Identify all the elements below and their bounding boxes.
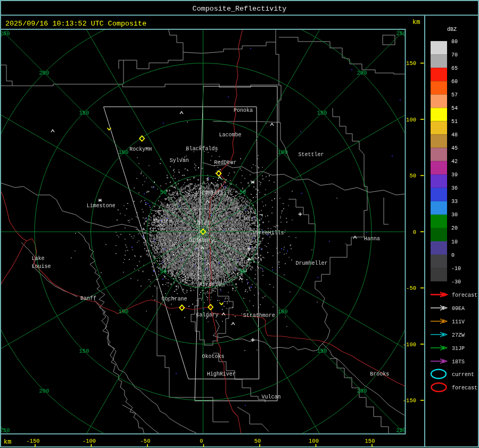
svg-text:Innisfail: Innisfail (201, 190, 230, 196)
svg-text:ThreeHills: ThreeHills (252, 230, 284, 236)
svg-text:Hanna: Hanna (364, 236, 380, 242)
svg-text:Sylvan: Sylvan (170, 158, 189, 164)
svg-text:forecast: forecast (452, 385, 477, 391)
svg-text:0: 0 (413, 229, 416, 235)
svg-text:150: 150 (365, 438, 375, 444)
svg-text:RedDeer: RedDeer (214, 160, 236, 166)
svg-text:100: 100 (278, 149, 288, 156)
svg-text:200: 200 (357, 70, 367, 76)
svg-text:150: 150 (79, 348, 89, 354)
svg-text:0: 0 (200, 438, 203, 444)
svg-text:20: 20 (451, 225, 458, 231)
svg-text:Sundre: Sundre (153, 218, 172, 224)
svg-text:39: 39 (451, 172, 458, 178)
svg-text:-100: -100 (403, 341, 416, 348)
svg-text:57: 57 (451, 92, 458, 98)
svg-text:100: 100 (278, 308, 288, 315)
svg-text:Vulcan: Vulcan (262, 394, 281, 400)
svg-text:-50: -50 (406, 285, 416, 291)
svg-text:Didsbury: Didsbury (189, 238, 214, 243)
svg-text:200: 200 (39, 70, 49, 76)
svg-text:-10: -10 (451, 266, 461, 272)
svg-text:50: 50 (160, 268, 167, 275)
svg-text:100: 100 (406, 117, 416, 123)
svg-text:60: 60 (451, 79, 458, 85)
svg-text:150: 150 (317, 110, 327, 116)
svg-text:Banff: Banff (80, 296, 96, 302)
svg-text:-150: -150 (26, 438, 39, 444)
svg-text:30: 30 (451, 212, 458, 218)
svg-text:2025/09/16 10:13:52 UTC Compos: 2025/09/16 10:13:52 UTC Composite (5, 20, 146, 28)
svg-text:250: 250 (0, 427, 10, 434)
svg-text:27ZW: 27ZW (452, 332, 465, 338)
svg-text:31JP: 31JP (452, 346, 465, 352)
svg-text:100: 100 (119, 149, 129, 156)
svg-text:111V: 111V (452, 319, 465, 325)
svg-text:150: 150 (79, 110, 89, 116)
svg-text:42: 42 (451, 159, 458, 165)
svg-text:100: 100 (309, 438, 319, 444)
svg-text:-50: -50 (141, 438, 151, 444)
svg-text:50: 50 (409, 173, 416, 179)
svg-text:Lacombe: Lacombe (219, 132, 242, 138)
svg-text:Strathmore: Strathmore (243, 313, 275, 319)
svg-text:Drumheller: Drumheller (296, 260, 328, 266)
svg-text:RockyMH: RockyMH (129, 146, 152, 152)
svg-text:km: km (412, 19, 420, 26)
svg-text:Okotoks: Okotoks (202, 354, 225, 360)
svg-text:km: km (4, 438, 11, 446)
svg-text:Cochrane: Cochrane (161, 296, 187, 302)
svg-text:65: 65 (451, 66, 458, 71)
svg-text:Stettler: Stettler (299, 152, 324, 158)
svg-text:HighRiver: HighRiver (207, 371, 236, 377)
svg-text:250: 250 (0, 30, 10, 37)
svg-text:48: 48 (451, 132, 458, 138)
svg-text:50: 50 (240, 189, 246, 196)
svg-text:Louise: Louise (32, 264, 51, 270)
svg-text:Airdrie: Airdrie (199, 282, 221, 288)
svg-text:Brooks: Brooks (370, 371, 389, 377)
svg-text:0: 0 (451, 252, 455, 258)
svg-text:current: current (452, 372, 474, 378)
svg-text:10: 10 (451, 239, 458, 245)
svg-text:09EA: 09EA (452, 306, 465, 312)
svg-text:Calgary: Calgary (196, 312, 218, 318)
svg-text:Ponoka: Ponoka (234, 108, 253, 113)
svg-text:50: 50 (160, 189, 167, 196)
svg-text:18TS: 18TS (452, 359, 465, 365)
svg-text:100: 100 (119, 308, 129, 315)
svg-text:forecast: forecast (452, 292, 477, 298)
svg-text:-30: -30 (451, 279, 461, 285)
svg-text:-150: -150 (403, 397, 416, 404)
svg-text:dBZ: dBZ (447, 27, 457, 32)
svg-text:200: 200 (357, 388, 367, 394)
svg-text:Lake: Lake (32, 256, 45, 262)
svg-text:51: 51 (451, 119, 458, 125)
svg-text:Blackfalds: Blackfalds (186, 146, 218, 152)
svg-text:45: 45 (451, 145, 458, 151)
svg-text:36: 36 (451, 185, 458, 191)
svg-text:50: 50 (240, 268, 246, 275)
svg-text:-100: -100 (82, 438, 96, 444)
svg-text:200: 200 (39, 388, 49, 394)
svg-text:150: 150 (406, 60, 416, 67)
svg-text:Olds: Olds (197, 221, 210, 226)
svg-text:Limestone: Limestone (87, 203, 115, 209)
svg-text:70: 70 (451, 52, 458, 58)
svg-text:33: 33 (451, 199, 458, 205)
svg-text:Composite_Reflectivity: Composite_Reflectivity (193, 5, 287, 13)
svg-text:150: 150 (317, 348, 327, 354)
svg-text:80: 80 (451, 39, 458, 45)
svg-text:50: 50 (254, 438, 261, 444)
svg-text:54: 54 (451, 105, 458, 111)
